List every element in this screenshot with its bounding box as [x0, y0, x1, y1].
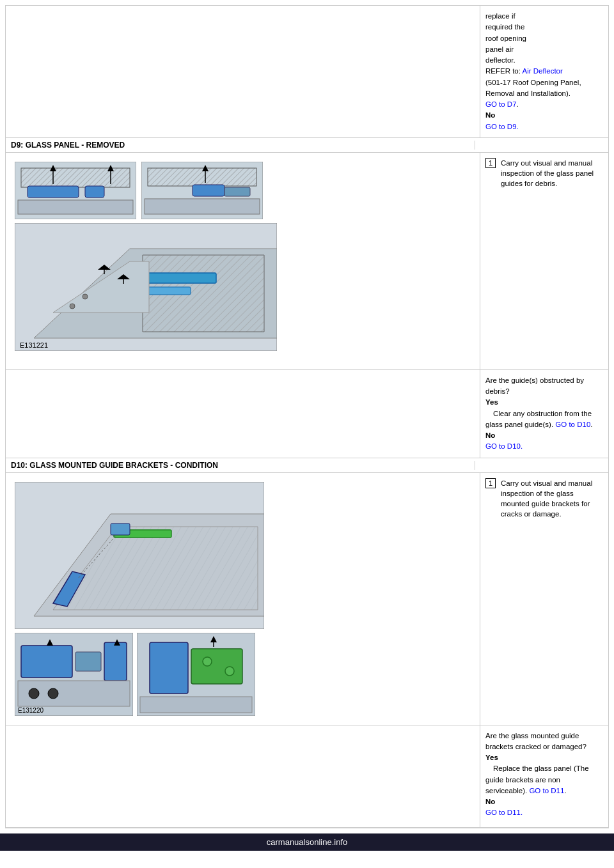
svg-rect-39 — [111, 523, 130, 535]
d9-image-cell: E131221 — [6, 153, 480, 369]
svg-rect-3 — [28, 186, 79, 198]
svg-rect-51 — [150, 642, 188, 694]
d9-step-inner: 1 Carry out visual and manual inspection… — [485, 158, 603, 189]
svg-point-53 — [203, 657, 212, 666]
goto-d9-link[interactable]: GO to D9. — [485, 123, 519, 130]
d10-detail-row: E131220 — [15, 633, 471, 716]
svg-rect-12 — [148, 168, 256, 186]
d10-detail-left-svg: E131220 — [15, 633, 133, 716]
svg-text:E131221: E131221 — [20, 341, 48, 349]
svg-point-25 — [70, 304, 75, 309]
svg-rect-52 — [191, 649, 242, 684]
goto-d7-link[interactable]: GO to D7 — [485, 100, 517, 108]
d9-header-row: D9: GLASS PANEL - REMOVED — [6, 138, 608, 153]
svg-rect-4 — [85, 186, 104, 198]
d9-top-right-svg — [141, 162, 263, 219]
svg-point-54 — [225, 667, 234, 676]
footer-bar: carmanualsonline.info — [0, 833, 614, 851]
d9-question-right: Are the guide(s) obstructed by debris? Y… — [480, 370, 608, 458]
d10-step-inner: 1 Carry out visual and manual inspection… — [485, 478, 603, 519]
top-right-text: replace if required the roof opening pan… — [485, 11, 603, 132]
svg-point-48 — [48, 688, 58, 699]
main-content: replace if required the roof opening pan… — [5, 5, 609, 828]
d9-header-text: D9: GLASS PANEL - REMOVED — [11, 141, 125, 150]
d10-image-row: E131220 — [6, 473, 608, 725]
d10-question-right: Are the glass mounted guide brackets cra… — [480, 725, 608, 827]
d10-main-svg — [15, 482, 264, 629]
d9-no-goto-link[interactable]: GO to D10. — [485, 442, 523, 450]
d9-top-left-svg — [15, 162, 136, 219]
d9-step-cell: 1 Carry out visual and manual inspection… — [480, 153, 608, 369]
d9-header-right — [475, 141, 603, 150]
d10-header-left: D10: GLASS MOUNTED GUIDE BRACKETS - COND… — [11, 461, 475, 470]
d10-instruction: Carry out visual and manual inspection o… — [501, 478, 603, 519]
svg-rect-17 — [224, 187, 250, 196]
d10-image-cell: E131220 — [6, 473, 480, 725]
d9-diagram-area: E131221 — [11, 158, 475, 355]
d10-step-number: 1 — [485, 478, 496, 488]
d9-instruction: Carry out visual and manual inspection o… — [501, 158, 603, 189]
svg-point-26 — [83, 294, 88, 299]
top-row: replace if required the roof opening pan… — [6, 6, 608, 138]
d10-question-text: Are the glass mounted guide brackets cra… — [485, 731, 603, 819]
d9-image-row: E131221 1 Carry out visual and manual in… — [6, 153, 608, 370]
d10-no-goto-link[interactable]: GO to D11. — [485, 809, 523, 816]
d10-detail-right-svg — [137, 633, 255, 716]
d9-question-text: Are the guide(s) obstructed by debris? Y… — [485, 375, 603, 453]
svg-rect-41 — [21, 646, 72, 678]
svg-rect-42 — [75, 652, 101, 671]
top-right-cell: replace if required the roof opening pan… — [480, 6, 608, 137]
d9-step-number: 1 — [485, 158, 496, 168]
footer-text: carmanualsonline.info — [267, 837, 347, 847]
d9-yes-goto-link[interactable]: GO to D10 — [555, 421, 590, 428]
top-left-cell — [6, 6, 480, 137]
d9-header-left: D9: GLASS PANEL - REMOVED — [11, 141, 475, 150]
svg-text:E131220: E131220 — [18, 707, 43, 714]
d9-main-svg: E131221 — [15, 223, 277, 351]
d9-question-row: Are the guide(s) obstructed by debris? Y… — [6, 370, 608, 458]
svg-point-47 — [29, 688, 39, 699]
d10-diagram-area: E131220 — [11, 478, 475, 720]
svg-rect-16 — [145, 199, 260, 214]
page-wrapper: replace if required the roof opening pan… — [0, 5, 614, 868]
svg-rect-9 — [18, 200, 133, 214]
d9-top-diagrams — [15, 162, 471, 219]
d10-header-right — [475, 461, 603, 470]
d10-yes-goto-link[interactable]: GO to D11 — [529, 787, 564, 794]
d10-header-text: D10: GLASS MOUNTED GUIDE BRACKETS - COND… — [11, 461, 218, 470]
d10-question-row: Are the glass mounted guide brackets cra… — [6, 725, 608, 828]
svg-rect-13 — [193, 185, 224, 196]
svg-rect-22 — [139, 273, 216, 283]
d9-question-left — [6, 370, 480, 458]
d10-step-cell: 1 Carry out visual and manual inspection… — [480, 473, 608, 725]
d10-header-row: D10: GLASS MOUNTED GUIDE BRACKETS - COND… — [6, 458, 608, 473]
d9-main-diagram: E131221 — [15, 223, 471, 351]
d10-question-left — [6, 725, 480, 827]
svg-rect-57 — [140, 697, 252, 713]
svg-rect-43 — [104, 642, 127, 681]
air-deflector-link[interactable]: Air Deflector — [523, 67, 563, 75]
